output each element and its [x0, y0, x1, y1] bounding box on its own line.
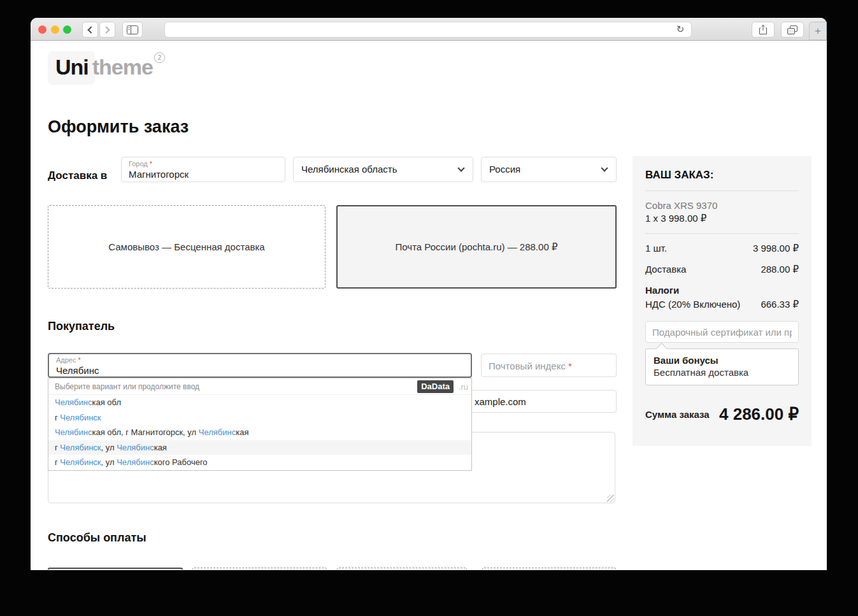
suggestion-text: кая	[236, 427, 248, 437]
required-asterisk: *	[150, 160, 152, 168]
share-button[interactable]	[752, 22, 775, 38]
suggestion-hint-row: Выберите вариант или продолжите ввод DaD…	[48, 378, 471, 395]
site-logo[interactable]: Unitheme2	[48, 51, 165, 84]
suggestion-item[interactable]: Челябинская обл	[48, 395, 471, 410]
suggestion-highlight: Челябинс	[117, 457, 154, 467]
suggestion-text: кая	[154, 443, 167, 452]
city-value: Магнитогорск	[129, 169, 189, 180]
page-content: Unitheme2 Оформить заказ Доставка в Горо…	[31, 41, 827, 569]
suggestion-text: кого Рабочего	[154, 457, 208, 467]
shipping-value: 288.00 ₽	[761, 264, 799, 275]
order-summary-panel: ВАШ ЗАКАЗ: Cobra XRS 9370 1 x 3 998.00 ₽…	[633, 156, 812, 446]
address-bar[interactable]: ↻	[164, 22, 692, 38]
tabs-icon	[787, 25, 797, 34]
zoom-window-button[interactable]	[63, 25, 71, 34]
summary-row-tax: НДС (20% Включено) 666.33 ₽	[645, 299, 799, 310]
suggestion-item[interactable]: г Челябинск, ул Челябинская	[48, 440, 471, 455]
dadata-badge: DaData	[417, 380, 454, 393]
suggestion-text: , ул	[101, 457, 117, 467]
back-icon	[87, 26, 94, 33]
address-label: Адрес	[56, 356, 76, 364]
minimize-window-button[interactable]	[51, 25, 59, 34]
order-total-label: Сумма заказа	[645, 409, 710, 420]
suggestion-highlight: Челябинск	[60, 443, 101, 452]
chevron-down-icon	[601, 164, 608, 171]
divider	[645, 233, 799, 234]
qty-value: 3 998.00 ₽	[753, 243, 799, 254]
bonus-text: Бесплатная доставка	[654, 367, 790, 378]
dadata-badge-suffix: .ru	[459, 382, 468, 392]
postcode-input[interactable]: Почтовый индекс *	[481, 354, 617, 377]
tax-label: НДС (20% Включено)	[645, 299, 740, 310]
bonus-title: Ваши бонусы	[654, 355, 790, 366]
summary-row-qty: 1 шт. 3 998.00 ₽	[645, 243, 799, 254]
suggestion-highlight: Челябинс	[55, 427, 92, 437]
sidebar-icon	[127, 25, 138, 34]
order-total-value: 4 286.00 ₽	[719, 405, 799, 424]
postcode-placeholder: Почтовый индекс	[489, 361, 568, 371]
shipping-option-pickup[interactable]: Самовывоз — Бесценная доставка	[48, 205, 325, 289]
region-select[interactable]: Челябинская область	[293, 157, 473, 182]
divider	[645, 190, 799, 191]
suggestion-list: Челябинская облг ЧелябинскЧелябинская об…	[48, 395, 471, 470]
logo-light-text: theme	[92, 55, 153, 79]
order-summary-title: ВАШ ЗАКАЗ:	[645, 169, 799, 182]
resize-grip-icon[interactable]	[607, 495, 614, 502]
suggestion-text: кая обл, г Магнитогорск, ул	[92, 427, 198, 437]
tab-overview-button[interactable]	[781, 22, 804, 38]
customer-section-title: Покупатель	[48, 320, 115, 333]
region-value: Челябинская область	[301, 164, 397, 175]
suggestion-text: , ул	[101, 443, 117, 452]
browser-chrome: ↻ +	[31, 18, 827, 41]
required-asterisk: *	[78, 356, 81, 364]
payment-section-title: Способы оплаты	[48, 531, 147, 545]
suggestion-item[interactable]: г Челябинск, ул Челябинского Рабочего	[48, 455, 471, 470]
city-label: Город	[129, 160, 148, 168]
browser-window: ↻ + Unitheme2 Офо	[31, 18, 827, 570]
suggestion-highlight: Челябинс	[199, 427, 236, 437]
new-tab-button[interactable]: +	[809, 22, 827, 40]
suggestion-highlight: Челябинск	[60, 413, 101, 422]
share-icon	[759, 24, 768, 35]
country-select[interactable]: Россия	[481, 157, 617, 182]
address-value: Челябинс	[56, 365, 99, 376]
suggestion-hint: Выберите вариант или продолжите ввод	[55, 382, 199, 391]
close-window-button[interactable]	[38, 25, 46, 34]
city-input[interactable]: Город * Магнитогорск	[121, 157, 285, 182]
address-input[interactable]: Адрес * Челябинс	[48, 353, 472, 378]
chevron-down-icon	[457, 164, 464, 171]
suggestion-text: кая обл	[92, 398, 121, 407]
taxes-title: Налоги	[645, 285, 799, 296]
shipping-option-post[interactable]: Почта России (pochta.ru) — 288.00 ₽	[336, 205, 617, 289]
qty-label: 1 шт.	[645, 243, 667, 254]
payment-option[interactable]	[48, 568, 183, 569]
suggestion-highlight: Челябинск	[60, 457, 101, 467]
suggestion-highlight: Челябинс	[117, 443, 154, 452]
suggestion-item[interactable]: Челябинская обл, г Магнитогорск, ул Челя…	[48, 425, 471, 440]
reload-icon[interactable]: ↻	[675, 24, 686, 35]
address-bar-input[interactable]	[170, 24, 667, 36]
gift-certificate-input[interactable]	[645, 321, 799, 343]
payment-option[interactable]	[192, 568, 327, 569]
page-title: Оформить заказ	[48, 117, 189, 137]
country-value: Россия	[489, 164, 520, 175]
logo-box: Uni	[48, 51, 95, 85]
summary-row-shipping: Доставка 288.00 ₽	[645, 264, 799, 275]
forward-icon	[103, 26, 110, 33]
payment-option[interactable]	[482, 568, 616, 569]
payment-option[interactable]	[337, 568, 467, 569]
delivery-to-label: Доставка в	[48, 163, 107, 189]
address-suggestions-dropdown: Выберите вариант или продолжите ввод DaD…	[48, 378, 472, 471]
bonus-popover: Ваши бонусы Бесплатная доставка	[645, 348, 799, 385]
logo-bold-text: Uni	[55, 55, 89, 79]
logo-superscript: 2	[154, 52, 165, 63]
suggestion-item[interactable]: г Челябинск	[48, 410, 471, 426]
required-asterisk: *	[568, 361, 572, 371]
shipping-label: Доставка	[645, 264, 686, 275]
tax-value: 666.33 ₽	[761, 299, 799, 310]
forward-button[interactable]	[99, 22, 115, 38]
suggestion-highlight: Челябинс	[55, 398, 92, 407]
sidebar-toggle-button[interactable]	[122, 22, 143, 38]
product-name-link[interactable]: Cobra XRS 9370	[645, 200, 799, 211]
back-button[interactable]	[82, 22, 98, 38]
